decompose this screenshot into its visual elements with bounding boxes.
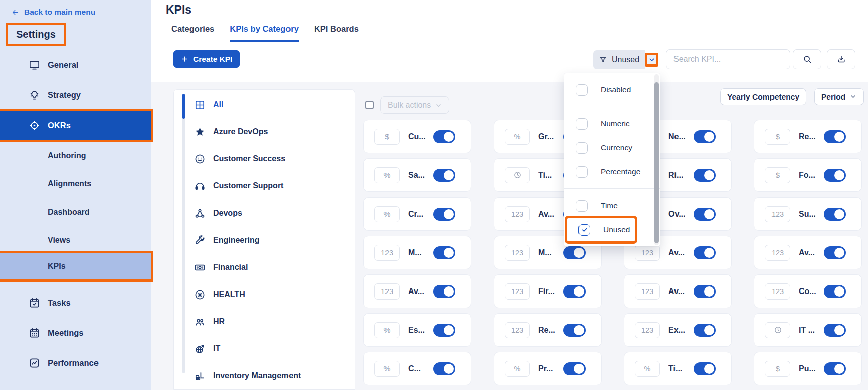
filter-option-numeric[interactable]: Numeric <box>564 112 660 136</box>
back-to-main-menu-link[interactable]: Back to main menu <box>0 0 151 17</box>
filter-option-unused[interactable]: Unused <box>567 218 635 242</box>
sidebar-subitem-authoring[interactable]: Authoring <box>0 145 151 167</box>
kpi-column: $Re...$Fo...123Su...123Av...123Co...IT .… <box>754 120 862 385</box>
kpi-name: Ti... <box>668 364 682 373</box>
category-item-all[interactable]: All <box>174 91 355 118</box>
kpi-type-badge-currency: $ <box>765 361 790 377</box>
sidebar-item-strategy[interactable]: Strategy <box>0 83 151 107</box>
kpi-toggle[interactable] <box>433 130 455 143</box>
kpi-toggle[interactable] <box>694 324 716 337</box>
kpi-toggle[interactable] <box>563 324 586 337</box>
sidebar-item-meetings[interactable]: Meetings <box>0 321 151 345</box>
kpi-toggle[interactable] <box>433 169 455 182</box>
kpi-card: 123M... <box>363 236 471 269</box>
filter-chevron-button[interactable] <box>645 53 658 67</box>
filter-option-currency[interactable]: Currency <box>564 136 660 160</box>
kpi-toggle[interactable] <box>824 324 846 337</box>
tab-kpi-boards[interactable]: KPI Boards <box>314 24 359 42</box>
kpi-type-badge-numeric: 123 <box>374 245 400 261</box>
export-button[interactable] <box>827 49 855 69</box>
category-item-financial[interactable]: Financial <box>174 254 355 281</box>
category-item-label: All <box>213 100 223 109</box>
kpi-card: 123Av... <box>624 274 732 308</box>
checkbox-unchecked-icon[interactable] <box>576 166 588 178</box>
kpi-card: %Pr... <box>494 352 602 385</box>
globe-icon <box>194 343 206 355</box>
sidebar-item-label: OKRs <box>48 121 71 130</box>
sidebar-item-okrs[interactable]: OKRs <box>0 111 151 140</box>
sidebar-subitem-kpis[interactable]: KPIs <box>0 253 151 279</box>
back-link-label: Back to main menu <box>24 8 95 17</box>
kpi-toggle[interactable] <box>694 130 716 143</box>
checkbox-unchecked-icon[interactable] <box>576 84 588 96</box>
checkbox-unchecked-icon[interactable] <box>576 118 588 130</box>
tab-categories[interactable]: Categories <box>171 24 214 42</box>
category-item-hr[interactable]: HR <box>174 308 355 335</box>
category-item-azure-devops[interactable]: Azure DevOps <box>174 118 355 145</box>
checkbox-unchecked-icon[interactable] <box>576 142 588 154</box>
category-rail-active-indicator <box>182 94 185 119</box>
filter-chip-button[interactable]: Unused <box>593 50 645 69</box>
filter-option-time[interactable]: Time <box>564 193 660 218</box>
sidebar-item-tasks[interactable]: Tasks <box>0 290 151 315</box>
category-item-customer-support[interactable]: Customer Support <box>174 172 355 200</box>
filter-option-disabled[interactable]: Disabled <box>564 78 660 102</box>
kpi-toggle[interactable] <box>694 285 716 298</box>
filter-option-percentage[interactable]: Percentage <box>564 160 660 184</box>
kpi-type-badge-numeric: 123 <box>505 245 530 261</box>
bulk-select-checkbox[interactable] <box>365 101 374 109</box>
create-kpi-button[interactable]: Create KPI <box>173 50 240 68</box>
category-item-devops[interactable]: Devops <box>174 200 355 227</box>
kpi-toggle[interactable] <box>433 324 455 337</box>
kpi-toggle[interactable] <box>694 169 716 182</box>
kpi-card: %Sa... <box>363 158 471 192</box>
sidebar-subitem-alignments[interactable]: Alignments <box>0 173 151 195</box>
kpi-type-badge-currency: $ <box>374 129 400 145</box>
kpi-toggle[interactable] <box>433 208 455 221</box>
sidebar-item-general[interactable]: General <box>0 53 151 77</box>
period-dropdown-button[interactable]: Period <box>814 88 864 105</box>
calendar-icon <box>29 327 40 339</box>
category-item-it[interactable]: IT <box>174 335 355 362</box>
yearly-competency-button[interactable]: Yearly Competency <box>720 88 806 105</box>
kpi-toggle[interactable] <box>563 285 586 298</box>
kpi-toggle[interactable] <box>824 285 846 298</box>
kpi-toggle[interactable] <box>824 130 846 143</box>
kpi-name: Pu... <box>799 364 816 373</box>
sidebar-subitem-views[interactable]: Views <box>0 229 151 251</box>
yearly-competency-label: Yearly Competency <box>727 92 799 102</box>
category-item-inventory-management[interactable]: Inventory Management <box>174 362 355 389</box>
kpi-toggle[interactable] <box>824 169 846 182</box>
sidebar-subitem-dashboard[interactable]: Dashboard <box>0 201 151 223</box>
kpi-toggle[interactable] <box>694 362 716 375</box>
kpi-toggle[interactable] <box>824 362 846 375</box>
bulk-actions-button[interactable]: Bulk actions <box>380 96 449 114</box>
tab-kpis-by-category[interactable]: KPIs by Category <box>230 24 299 42</box>
category-item-customer-success[interactable]: Customer Success <box>174 145 355 172</box>
kpi-toggle[interactable] <box>563 246 586 259</box>
search-button[interactable] <box>793 49 821 69</box>
category-item-engineering[interactable]: Engineering <box>174 227 355 254</box>
sidebar-item-performance[interactable]: Performance <box>0 351 151 375</box>
checkbox-unchecked-icon[interactable] <box>576 200 588 212</box>
kpi-type-badge-currency: $ <box>765 167 790 183</box>
kpi-toggle[interactable] <box>694 246 716 259</box>
kpi-toggle[interactable] <box>563 362 586 375</box>
kpi-toggle[interactable] <box>824 246 846 259</box>
checkbox-checked-icon[interactable] <box>578 224 590 236</box>
kpi-toggle[interactable] <box>433 246 455 259</box>
sidebar-subitem-label: Dashboard <box>48 208 90 217</box>
health-cross-icon <box>194 289 206 301</box>
kpi-toggle[interactable] <box>433 362 455 375</box>
kpi-type-badge-currency: $ <box>765 129 790 145</box>
target-icon <box>29 120 40 131</box>
search-input[interactable] <box>673 55 779 64</box>
kpi-name: IT ... <box>799 326 815 335</box>
category-item-health[interactable]: HEALTH <box>174 281 355 308</box>
kpi-toggle[interactable] <box>694 208 716 221</box>
kpi-toggle[interactable] <box>433 285 455 298</box>
category-item-label: Financial <box>213 263 248 272</box>
dropdown-scrollbar-thumb[interactable] <box>654 82 659 243</box>
kpi-toggle[interactable] <box>824 208 846 221</box>
kpi-type-badge-numeric: 123 <box>635 283 660 300</box>
